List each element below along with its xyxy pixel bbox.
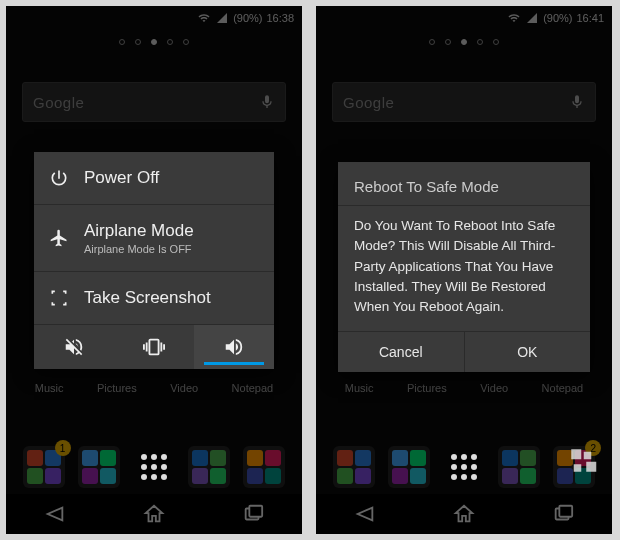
mute-icon [63,336,85,358]
power-icon [48,168,70,188]
sound-on[interactable] [194,325,274,369]
screenshot-icon [48,288,70,308]
ok-button[interactable]: OK [464,332,591,372]
dialog-body: Do You Want To Reboot Into Safe Mode? Th… [338,206,590,331]
power-menu: Power Off Airplane Mode Airplane Mode Is… [34,152,274,369]
airplane-label: Airplane Mode [84,221,194,241]
sound-mode-row [34,325,274,369]
safe-mode-dialog: Reboot To Safe Mode Do You Want To Reboo… [338,162,590,372]
watermark-icon [570,448,600,478]
power-off-row[interactable]: Power Off [34,152,274,205]
power-off-label: Power Off [84,168,159,188]
airplane-icon [48,228,70,248]
phone-left: (90%) 16:38 Google Power Off Airplane Mo… [6,6,302,534]
airplane-sub: Airplane Mode Is OFF [84,243,194,255]
volume-icon [223,336,245,358]
airplane-mode-row[interactable]: Airplane Mode Airplane Mode Is OFF [34,205,274,272]
cancel-button[interactable]: Cancel [338,332,464,372]
vibrate-icon [143,336,165,358]
dialog-title: Reboot To Safe Mode [338,162,590,206]
phone-right: (90%) 16:41 Google Reboot To Safe Mode D… [316,6,612,534]
screenshot-row[interactable]: Take Screenshot [34,272,274,325]
sound-silent[interactable] [34,325,114,369]
app-drawer-button[interactable] [443,446,485,488]
app-drawer-button[interactable] [133,446,175,488]
screenshot-label: Take Screenshot [84,288,211,308]
sound-vibrate[interactable] [114,325,194,369]
